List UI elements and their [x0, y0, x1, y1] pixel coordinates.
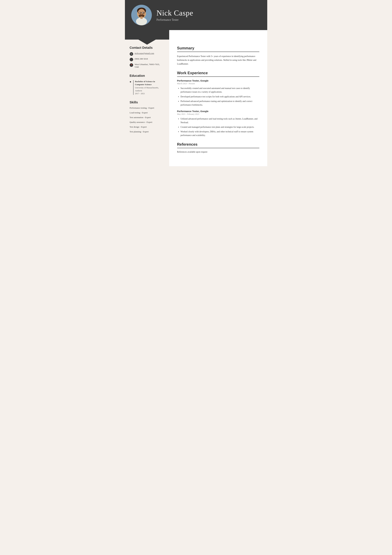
summary-section: Summary Experienced Performance Tester w…	[177, 46, 259, 66]
email-value: nickcaspe@gmail.com	[135, 52, 154, 55]
summary-title: Summary	[177, 46, 259, 52]
job-2-title: Performance Tester, Google	[177, 110, 259, 113]
job-2-bullet-3: Worked closely with developers, DBAs, an…	[181, 130, 259, 137]
phone-item: 📞 (969) 389 5018	[130, 58, 164, 61]
job-1-bullet-1: Successfully created and executed automa…	[181, 87, 259, 94]
skill-4: Quality assurance - Expert	[130, 121, 164, 124]
contact-section: Contact Details ✉ nickcaspe@gmail.com 📞 …	[130, 46, 164, 68]
job-1-dates: March 2023 - Present	[177, 82, 259, 85]
content-area: Summary Experienced Performance Tester w…	[169, 40, 267, 166]
edu-bullet-icon: ●	[130, 80, 131, 95]
skill-2: Load testing - Expert	[130, 111, 164, 114]
education-item: ● Bachelor of Science in Computer Scienc…	[130, 80, 164, 95]
header: Nick Caspe Performance Tester	[125, 0, 267, 30]
job-1-bullet-3: Performed advanced performance tuning an…	[181, 99, 259, 107]
phone-icon: 📞	[130, 58, 133, 61]
phone-value: (969) 389 5018	[135, 58, 148, 60]
svg-point-6	[140, 12, 141, 13]
sidebar: Contact Details ✉ nickcaspe@gmail.com 📞 …	[125, 40, 169, 166]
references-title: References	[177, 142, 259, 148]
address-value: West Urbanfurt, 70093-7035, Utah	[135, 63, 164, 68]
edu-degree: Bachelor of Science in Computer Science	[135, 80, 164, 86]
education-title: Education	[130, 74, 164, 78]
skill-6: Test planning - Expert	[130, 131, 164, 133]
skills-section: Skills Performance testing - Expert Load…	[130, 101, 164, 133]
job-1-bullet-2: Developed performance test scripts for b…	[181, 95, 259, 98]
skill-1: Performance testing - Expert	[130, 107, 164, 109]
skill-5: Test design - Expert	[130, 126, 164, 128]
email-icon: ✉	[130, 52, 133, 56]
job-1-title: Performance Tester, Google	[177, 79, 259, 82]
address-item: 📍 West Urbanfurt, 70093-7035, Utah	[130, 63, 164, 68]
location-icon: 📍	[130, 63, 133, 67]
job-2-bullets: Utilized advanced performance and load t…	[177, 117, 259, 137]
edu-years: 2017 - 2021	[135, 92, 164, 95]
edu-content: Bachelor of Science in Computer Science …	[133, 80, 164, 95]
svg-point-7	[143, 12, 144, 13]
avatar	[131, 5, 152, 25]
education-section: Education ● Bachelor of Science in Compu…	[130, 74, 164, 95]
job-2-bullet-1: Utilized advanced performance and load t…	[181, 117, 259, 124]
skill-3: Test automation - Expert	[130, 116, 164, 119]
work-experience-section: Work Experience Performance Tester, Goog…	[177, 71, 259, 137]
work-experience-title: Work Experience	[177, 71, 259, 77]
main-layout: Contact Details ✉ nickcaspe@gmail.com 📞 …	[125, 40, 267, 166]
job-1-bullets: Successfully created and executed automa…	[177, 87, 259, 107]
header-text: Nick Caspe Performance Tester	[157, 8, 193, 22]
summary-text: Experienced Performance Tester with 5+ y…	[177, 54, 259, 66]
skills-title: Skills	[130, 101, 164, 104]
email-item: ✉ nickcaspe@gmail.com	[130, 52, 164, 56]
svg-point-14	[141, 14, 142, 15]
edu-school: University of Massachusetts, Amherst	[135, 86, 164, 92]
job-2-dates: May 2021 - February 2023	[177, 113, 259, 115]
job-2-bullet-2: Created and managed performance test pla…	[181, 125, 259, 129]
svg-rect-16	[140, 16, 143, 19]
references-text: References available upon request	[177, 151, 259, 153]
name: Nick Caspe	[157, 8, 193, 17]
job-2: Performance Tester, Google May 2021 - Fe…	[177, 110, 259, 137]
job-1: Performance Tester, Google March 2023 - …	[177, 79, 259, 107]
references-section: References References available upon req…	[177, 142, 259, 153]
job-title-header: Performance Tester	[157, 18, 193, 22]
contact-title: Contact Details	[130, 46, 164, 50]
